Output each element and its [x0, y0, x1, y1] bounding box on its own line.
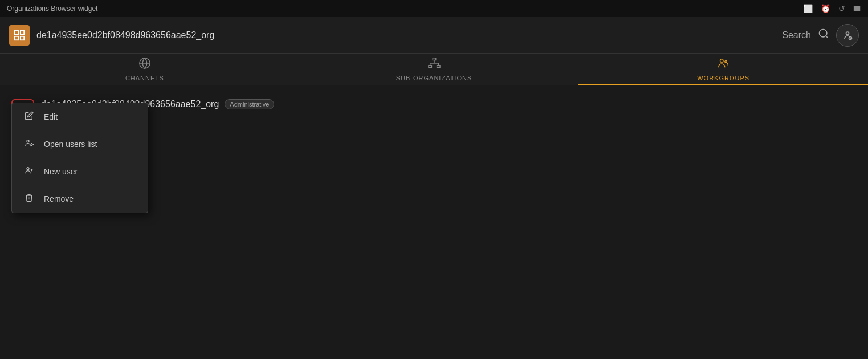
tabs-bar: CHANNELS SUB-ORGANIZATIONS WORKGR	[0, 54, 868, 85]
workgroups-icon	[717, 57, 730, 72]
context-menu-open-users-list[interactable]: Open users list	[12, 130, 148, 158]
refresh-icon[interactable]: ↺	[838, 4, 845, 13]
tab-channels-label: CHANNELS	[125, 75, 164, 81]
header-bar: de1a4935ee0d2bf08498d963656aae52_org Sea…	[0, 17, 868, 54]
svg-rect-2	[15, 36, 18, 39]
svg-rect-3	[21, 36, 24, 39]
edit-label: Edit	[44, 112, 58, 121]
open-users-list-label: Open users list	[44, 140, 97, 149]
svg-point-6	[846, 32, 849, 35]
new-user-label: New user	[44, 167, 78, 176]
org-icon	[9, 25, 30, 46]
svg-rect-11	[433, 58, 436, 60]
svg-point-19	[725, 60, 727, 63]
sub-orgs-icon	[428, 57, 441, 72]
tab-sub-organizations[interactable]: SUB-ORGANIZATIONS	[290, 54, 579, 85]
administrative-badge: Administrative	[225, 99, 274, 109]
svg-point-4	[820, 30, 827, 37]
users-gear-icon	[23, 138, 35, 150]
search-label: Search	[782, 30, 811, 40]
main-content: de1a4935ee0d2bf08498d963656aae52_org Adm…	[0, 85, 868, 359]
svg-point-24	[27, 140, 29, 142]
pencil-icon	[23, 111, 35, 123]
context-menu-edit[interactable]: Edit	[12, 103, 148, 130]
svg-rect-0	[15, 30, 18, 34]
svg-rect-12	[428, 66, 431, 68]
svg-point-18	[720, 59, 724, 63]
context-menu-new-user[interactable]: New user	[12, 158, 148, 185]
tab-workgroups-label: WORKGROUPS	[697, 75, 749, 81]
layout-icon[interactable]: ⯀	[853, 4, 861, 13]
tab-workgroups[interactable]: WORKGROUPS	[578, 54, 868, 85]
svg-rect-1	[21, 30, 24, 34]
title-bar-icons: ⬜ ⏰ ↺ ⯀	[803, 4, 861, 13]
clock-icon[interactable]: ⏰	[821, 4, 830, 13]
trash-icon	[23, 193, 35, 205]
remove-label: Remove	[44, 194, 74, 203]
svg-point-26	[27, 168, 29, 170]
svg-line-5	[826, 36, 828, 38]
context-menu: Edit Open users list	[11, 103, 148, 213]
context-menu-remove[interactable]: Remove	[12, 185, 148, 213]
tab-sub-organizations-label: SUB-ORGANIZATIONS	[396, 75, 472, 81]
tab-channels[interactable]: CHANNELS	[0, 54, 290, 85]
avatar-button[interactable]	[836, 24, 859, 47]
export-icon[interactable]: ⬜	[803, 4, 813, 13]
title-bar: Organizations Browser widget ⬜ ⏰ ↺ ⯀	[0, 0, 868, 17]
app-title: Organizations Browser widget	[7, 5, 97, 13]
channels-icon	[138, 57, 151, 72]
svg-rect-13	[437, 66, 440, 68]
org-id-label: de1a4935ee0d2bf08498d963656aae52_org	[36, 30, 775, 40]
user-plus-icon	[23, 166, 35, 177]
search-area: Search	[782, 24, 859, 47]
search-button[interactable]	[818, 28, 829, 42]
